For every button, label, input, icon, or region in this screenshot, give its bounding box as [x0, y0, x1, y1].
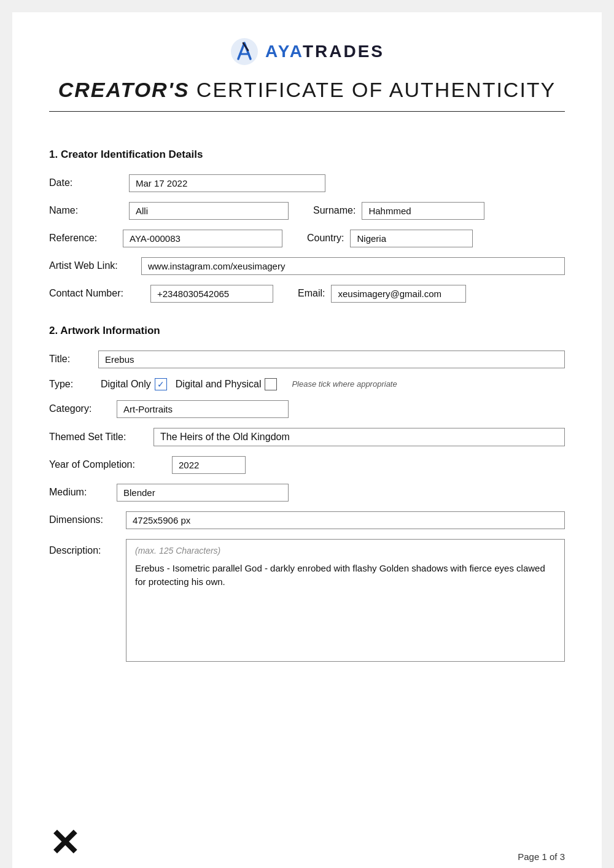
logo-area: AYATRADES — [230, 37, 384, 66]
email-label: Email: — [298, 288, 325, 299]
type-option2-label: Digital and Physical — [176, 379, 262, 390]
surname-label: Surname: — [313, 205, 356, 216]
logo-text: AYATRADES — [265, 42, 384, 61]
contact-group: Contact Number: +2348030542065 — [49, 285, 273, 303]
medium-value: Blender — [117, 484, 289, 502]
reference-country-row: Reference: AYA-000083 Country: Nigeria — [49, 230, 565, 247]
themed-set-value: The Heirs of the Old Kingdom — [154, 428, 565, 446]
checkmark-icon: ✓ — [157, 379, 165, 389]
contact-value: +2348030542065 — [150, 285, 273, 303]
year-row: Year of Completion: 2022 — [49, 456, 565, 474]
section1-title: 1. Creator Identification Details — [49, 149, 565, 161]
year-label: Year of Completion: — [49, 459, 166, 470]
description-hint: (max. 125 Characters) — [135, 546, 556, 556]
type-option2-checkbox[interactable] — [265, 378, 277, 390]
dimensions-row: Dimensions: 4725x5906 px — [49, 511, 565, 529]
name-value: Alli — [129, 202, 289, 220]
date-row: Date: Mar 17 2022 — [49, 174, 565, 192]
medium-row: Medium: Blender — [49, 484, 565, 502]
certificate-page: AYATRADES CREATOR'S CERTIFICATE OF AUTHE… — [12, 12, 602, 868]
page-footer: ✕ Page 1 of 3 — [49, 825, 565, 862]
type-row: Type: Digital Only ✓ Digital and Physica… — [49, 378, 565, 390]
themed-set-label: Themed Set Title: — [49, 432, 147, 443]
surname-group: Surname: Hahmmed — [313, 202, 484, 220]
artist-web-row: Artist Web Link: www.instagram.com/xeusi… — [49, 257, 565, 275]
page-number: Page 1 of 3 — [518, 851, 565, 862]
description-row: Description: (max. 125 Characters) Erebu… — [49, 539, 565, 662]
year-value: 2022 — [172, 456, 246, 474]
email-group: Email: xeusimagery@gmail.com — [298, 285, 466, 303]
country-value: Nigeria — [350, 230, 473, 247]
name-surname-row: Name: Alli Surname: Hahmmed — [49, 202, 565, 220]
section-artwork-info: 2. Artwork Information Title: Erebus Typ… — [49, 325, 565, 662]
section2-title: 2. Artwork Information — [49, 325, 565, 337]
description-label: Description: — [49, 539, 120, 556]
header: AYATRADES CREATOR'S CERTIFICATE OF AUTHE… — [49, 37, 565, 130]
medium-label: Medium: — [49, 487, 111, 498]
type-option1: Digital Only ✓ — [101, 378, 167, 390]
reference-value: AYA-000083 — [123, 230, 282, 247]
category-label: Category: — [49, 403, 111, 414]
category-row: Category: Art-Portraits — [49, 400, 565, 418]
artwork-title-row: Title: Erebus — [49, 351, 565, 368]
please-tick-hint: Please tick where appropriate — [292, 379, 397, 389]
name-label: Name: — [49, 205, 123, 216]
artist-web-value: www.instagram.com/xeusimagery — [141, 257, 565, 275]
artwork-title-value: Erebus — [98, 351, 565, 368]
country-group: Country: Nigeria — [307, 230, 473, 247]
category-value: Art-Portraits — [117, 400, 289, 418]
type-option1-label: Digital Only — [101, 379, 151, 390]
dimensions-label: Dimensions: — [49, 514, 120, 525]
cert-title: CREATOR'S CERTIFICATE OF AUTHENTICITY — [58, 77, 556, 103]
type-option2: Digital and Physical — [176, 378, 278, 390]
themed-set-row: Themed Set Title: The Heirs of the Old K… — [49, 428, 565, 446]
date-label: Date: — [49, 177, 123, 188]
artist-web-label: Artist Web Link: — [49, 260, 135, 271]
contact-email-row: Contact Number: +2348030542065 Email: xe… — [49, 285, 565, 303]
artwork-title-label: Title: — [49, 354, 92, 365]
contact-label: Contact Number: — [49, 288, 144, 299]
date-value: Mar 17 2022 — [129, 174, 325, 192]
type-option1-checkbox[interactable]: ✓ — [155, 378, 167, 390]
country-label: Country: — [307, 233, 344, 244]
email-value: xeusimagery@gmail.com — [331, 285, 466, 303]
name-group: Name: Alli — [49, 202, 289, 220]
header-divider — [49, 111, 565, 112]
x-mark: ✕ — [49, 825, 80, 862]
section-creator-id: 1. Creator Identification Details Date: … — [49, 149, 565, 303]
surname-value: Hahmmed — [362, 202, 484, 220]
type-label: Type: — [49, 379, 92, 390]
description-text: Erebus - Isometric parallel God - darkly… — [135, 562, 556, 589]
logo-icon — [230, 37, 259, 66]
dimensions-value: 4725x5906 px — [126, 511, 565, 529]
description-box: (max. 125 Characters) Erebus - Isometric… — [126, 539, 565, 662]
reference-label: Reference: — [49, 233, 117, 244]
reference-group: Reference: AYA-000083 — [49, 230, 282, 247]
